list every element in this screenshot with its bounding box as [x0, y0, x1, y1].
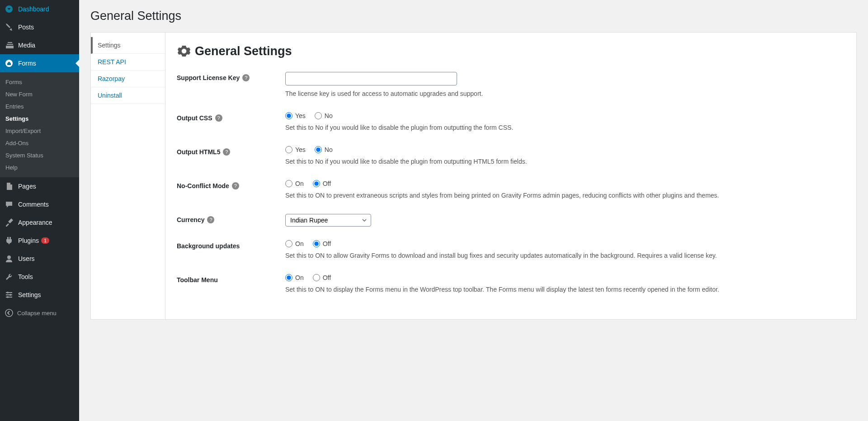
- posts-icon: [5, 23, 14, 32]
- conflict-desc: Set this to ON to prevent extraneous scr…: [285, 191, 845, 200]
- bg-desc: Set this to ON to allow Gravity Forms to…: [285, 251, 845, 260]
- radio-group-html5: Yes No: [285, 146, 845, 153]
- field-no-conflict: On Off Set this to ON to prevent extrane…: [285, 180, 845, 200]
- css-desc: Set this to No if you would like to disa…: [285, 123, 845, 132]
- radio-bg-on[interactable]: On: [285, 240, 304, 247]
- label-currency: Currency ?: [177, 214, 285, 223]
- submenu-item-entries[interactable]: Entries: [0, 100, 79, 113]
- svg-point-1: [7, 255, 11, 259]
- row-license-key: Support License Key ? The license key is…: [177, 72, 845, 99]
- license-key-input[interactable]: [285, 72, 457, 85]
- collapse-icon: [5, 308, 14, 317]
- forms-icon: [5, 59, 14, 68]
- radio-html5-no[interactable]: No: [315, 146, 333, 153]
- comments-icon: [5, 200, 14, 209]
- html5-desc: Set this to No if you would like to disa…: [285, 157, 845, 166]
- toolbar-desc: Set this to ON to display the Forms menu…: [285, 285, 845, 294]
- sidebar-label: Appearance: [18, 219, 52, 226]
- sidebar-item-pages[interactable]: Pages: [0, 177, 79, 195]
- row-background-updates: Background updates On Off Set this to ON: [177, 240, 845, 260]
- appearance-icon: [5, 218, 14, 227]
- admin-sidebar: Dashboard Posts Media Forms Forms New Fo…: [0, 0, 79, 421]
- sidebar-label: Dashboard: [18, 5, 49, 13]
- field-background-updates: On Off Set this to ON to allow Gravity F…: [285, 240, 845, 260]
- radio-group-bg-updates: On Off: [285, 240, 845, 247]
- forms-submenu: Forms New Form Entries Settings Import/E…: [0, 72, 79, 177]
- users-icon: [5, 254, 14, 263]
- radio-toolbar-off[interactable]: Off: [313, 274, 331, 281]
- help-icon[interactable]: ?: [223, 148, 230, 156]
- radio-conflict-off[interactable]: Off: [313, 180, 331, 187]
- submenu-item-help[interactable]: Help: [0, 161, 79, 174]
- sidebar-label: Media: [18, 42, 35, 49]
- collapse-label: Collapse menu: [17, 310, 57, 317]
- radio-group-css: Yes No: [285, 112, 845, 119]
- radio-html5-yes[interactable]: Yes: [285, 146, 306, 153]
- panel-header: General Settings: [177, 44, 845, 58]
- sidebar-label: Pages: [18, 183, 36, 190]
- svg-point-5: [7, 292, 9, 293]
- row-toolbar-menu: Toolbar Menu On Off Set this to ON to di: [177, 274, 845, 294]
- subnav-item-razorpay[interactable]: Razorpay: [91, 71, 165, 87]
- plugins-icon: [5, 236, 14, 245]
- submenu-item-import-export[interactable]: Import/Export: [0, 125, 79, 137]
- radio-conflict-on[interactable]: On: [285, 180, 304, 187]
- submenu-item-new-form[interactable]: New Form: [0, 88, 79, 100]
- sidebar-item-tools[interactable]: Tools: [0, 268, 79, 286]
- subnav-item-settings[interactable]: Settings: [91, 37, 165, 54]
- label-output-html5: Output HTML5 ?: [177, 146, 285, 156]
- help-icon[interactable]: ?: [232, 182, 239, 189]
- label-license-key: Support License Key ?: [177, 72, 285, 81]
- sidebar-item-appearance[interactable]: Appearance: [0, 213, 79, 232]
- pages-icon: [5, 182, 14, 191]
- gear-icon: [177, 44, 191, 58]
- submenu-item-system-status[interactable]: System Status: [0, 149, 79, 161]
- tools-icon: [5, 272, 14, 281]
- page-title: General Settings: [90, 9, 857, 23]
- sidebar-item-comments[interactable]: Comments: [0, 195, 79, 213]
- sidebar-item-dashboard[interactable]: Dashboard: [0, 0, 79, 18]
- sidebar-label: Users: [18, 255, 35, 262]
- radio-toolbar-on[interactable]: On: [285, 274, 304, 281]
- field-currency: Indian Rupee: [285, 214, 845, 227]
- sidebar-label: Settings: [18, 291, 41, 298]
- settings-icon: [5, 290, 14, 299]
- sidebar-item-users[interactable]: Users: [0, 250, 79, 268]
- sidebar-item-media[interactable]: Media: [0, 36, 79, 54]
- sidebar-label: Tools: [18, 273, 33, 280]
- help-icon[interactable]: ?: [242, 74, 250, 81]
- svg-point-8: [5, 309, 13, 317]
- help-icon[interactable]: ?: [207, 216, 214, 223]
- radio-group-toolbar: On Off: [285, 274, 845, 281]
- sidebar-item-settings[interactable]: Settings: [0, 286, 79, 304]
- submenu-item-forms[interactable]: Forms: [0, 76, 79, 88]
- sidebar-label: Comments: [18, 201, 49, 208]
- svg-point-7: [7, 296, 9, 298]
- sidebar-item-forms[interactable]: Forms: [0, 54, 79, 72]
- media-icon: [5, 41, 14, 50]
- currency-select[interactable]: Indian Rupee: [285, 214, 371, 227]
- radio-bg-off[interactable]: Off: [313, 240, 331, 247]
- submenu-item-settings[interactable]: Settings: [0, 113, 79, 125]
- label-toolbar-menu: Toolbar Menu: [177, 274, 285, 284]
- settings-container: Settings REST API Razorpay Uninstall Gen…: [90, 32, 857, 320]
- sidebar-item-plugins[interactable]: Plugins 1: [0, 232, 79, 250]
- subnav-item-rest-api[interactable]: REST API: [91, 54, 165, 71]
- collapse-menu[interactable]: Collapse menu: [0, 304, 79, 322]
- radio-group-no-conflict: On Off: [285, 180, 845, 187]
- row-output-css: Output CSS ? Yes No Set this t: [177, 112, 845, 132]
- field-output-html5: Yes No Set this to No if you would like …: [285, 146, 845, 166]
- row-no-conflict: No-Conflict Mode ? On Off Set: [177, 180, 845, 200]
- sidebar-label: Posts: [18, 24, 34, 31]
- radio-css-yes[interactable]: Yes: [285, 112, 306, 119]
- sidebar-label: Forms: [18, 60, 36, 67]
- radio-css-no[interactable]: No: [315, 112, 333, 119]
- submenu-item-addons[interactable]: Add-Ons: [0, 137, 79, 149]
- sidebar-item-posts[interactable]: Posts: [0, 18, 79, 36]
- dashboard-icon: [5, 5, 14, 14]
- field-toolbar-menu: On Off Set this to ON to display the For…: [285, 274, 845, 294]
- main-content: General Settings Settings REST API Razor…: [79, 0, 868, 421]
- help-icon[interactable]: ?: [215, 114, 222, 122]
- subnav-item-uninstall[interactable]: Uninstall: [91, 87, 165, 104]
- sidebar-label: Plugins: [18, 237, 39, 244]
